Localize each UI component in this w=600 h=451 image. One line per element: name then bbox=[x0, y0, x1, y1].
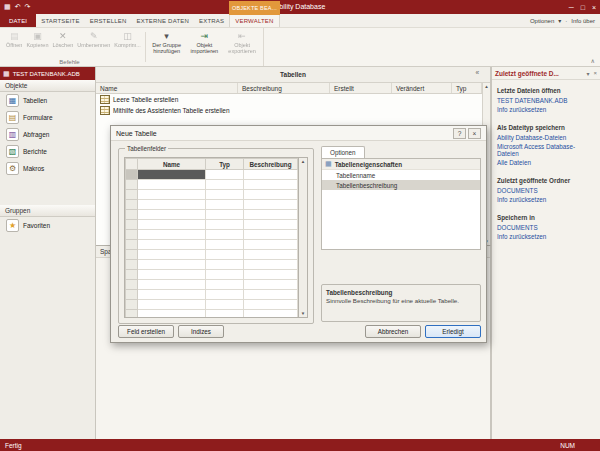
grid-cell[interactable] bbox=[244, 240, 298, 250]
compress-button[interactable]: ◫ Komprim... bbox=[112, 30, 143, 48]
scroll-up-icon[interactable]: ▲ bbox=[484, 84, 488, 89]
delete-button[interactable]: ✕ Löschen bbox=[50, 30, 75, 48]
sidebar-item-abfragen[interactable]: ▥ Abfragen bbox=[0, 126, 95, 143]
sidebar-item-berichte[interactable]: ▧ Berichte bbox=[0, 143, 95, 160]
link-reset-info[interactable]: Info zurücksetzen bbox=[497, 196, 595, 203]
grid-column-typ[interactable]: Typ bbox=[206, 159, 244, 170]
property-item-tabellenname[interactable]: Tabellenname bbox=[322, 170, 480, 180]
open-button[interactable]: ▤ Öffnen bbox=[4, 30, 24, 48]
tab-verwalten[interactable]: OBJEKTE BEA... VERWALTEN bbox=[229, 14, 279, 27]
grid-cell[interactable] bbox=[206, 220, 244, 230]
link-documents[interactable]: DOCUMENTS bbox=[497, 224, 595, 231]
grid-cell[interactable] bbox=[206, 290, 244, 300]
grid-cell[interactable] bbox=[138, 290, 206, 300]
grid-cell[interactable] bbox=[206, 280, 244, 290]
grid-row[interactable] bbox=[126, 220, 298, 230]
grid-row-selector[interactable] bbox=[126, 170, 138, 180]
grid-cell[interactable] bbox=[138, 230, 206, 240]
grid-cell[interactable] bbox=[244, 190, 298, 200]
grid-row[interactable] bbox=[126, 180, 298, 190]
grid-row[interactable] bbox=[126, 300, 298, 310]
link-recent-file[interactable]: TEST DATENBANK.ADB bbox=[497, 97, 595, 104]
grid-cell[interactable] bbox=[138, 200, 206, 210]
grid-cell[interactable] bbox=[138, 300, 206, 310]
grid-cell[interactable] bbox=[244, 280, 298, 290]
taskpane-close-icon[interactable]: × bbox=[593, 70, 597, 77]
import-object-button[interactable]: ⇥ Objekt importieren bbox=[185, 30, 223, 54]
grid-cell[interactable] bbox=[244, 230, 298, 240]
grid-cell[interactable] bbox=[244, 290, 298, 300]
panel-collapse-icon[interactable]: « bbox=[475, 69, 479, 76]
link-documents[interactable]: DOCUMENTS bbox=[497, 187, 595, 194]
tab-extras[interactable]: EXTRAS bbox=[194, 14, 229, 27]
link-ability-files[interactable]: Ability Database-Dateien bbox=[497, 134, 595, 141]
grid-row-selector[interactable] bbox=[126, 240, 138, 250]
add-to-group-button[interactable]: ▾ Der Gruppe hinzufügen bbox=[148, 30, 186, 54]
sidebar-item-favoriten[interactable]: ★ Favoriten bbox=[0, 217, 95, 234]
tab-startseite[interactable]: STARTSEITE bbox=[36, 14, 84, 27]
link-access-files[interactable]: Microsoft Access Database-Dateien bbox=[497, 143, 595, 157]
sidebar-item-makros[interactable]: ⚙ Makros bbox=[0, 160, 95, 177]
close-icon[interactable]: × bbox=[592, 4, 596, 11]
grid-cell[interactable] bbox=[206, 190, 244, 200]
grid-cell[interactable] bbox=[206, 180, 244, 190]
grid-row[interactable] bbox=[126, 270, 298, 280]
link-reset-info[interactable]: Info zurücksetzen bbox=[497, 106, 595, 113]
grid-cell[interactable] bbox=[138, 210, 206, 220]
scroll-down-icon[interactable]: ▼ bbox=[301, 311, 305, 316]
dialog-help-icon[interactable]: ? bbox=[453, 128, 466, 139]
grid-row-selector[interactable] bbox=[126, 200, 138, 210]
grid-row-selector[interactable] bbox=[126, 310, 138, 319]
options-link[interactable]: Optionen bbox=[530, 18, 554, 24]
done-button[interactable]: Erledigt bbox=[425, 325, 481, 338]
grid-row[interactable] bbox=[126, 200, 298, 210]
grid-cell[interactable] bbox=[206, 310, 244, 319]
indexes-button[interactable]: Indizes bbox=[178, 325, 224, 338]
column-header-erstellt[interactable]: Erstellt bbox=[330, 83, 392, 93]
grid-row[interactable] bbox=[126, 280, 298, 290]
grid-cell[interactable] bbox=[206, 240, 244, 250]
grid-cell[interactable] bbox=[244, 170, 298, 180]
grid-row-selector[interactable] bbox=[126, 270, 138, 280]
taskpane-dropdown-icon[interactable]: ▾ bbox=[586, 70, 589, 77]
grid-column-beschreibung[interactable]: Beschreibung bbox=[244, 159, 298, 170]
grid-cell[interactable] bbox=[138, 170, 206, 180]
grid-cell[interactable] bbox=[244, 270, 298, 280]
grid-cell[interactable] bbox=[244, 180, 298, 190]
grid-row-selector[interactable] bbox=[126, 180, 138, 190]
grid-cell[interactable] bbox=[206, 230, 244, 240]
options-tab[interactable]: Optionen bbox=[321, 146, 365, 158]
column-header-veraendert[interactable]: Verändert bbox=[392, 83, 452, 93]
minimize-icon[interactable]: ─ bbox=[569, 4, 574, 11]
grid-row-selector[interactable] bbox=[126, 220, 138, 230]
grid-row-selector[interactable] bbox=[126, 290, 138, 300]
grid-cell[interactable] bbox=[206, 250, 244, 260]
grid-row-selector[interactable] bbox=[126, 300, 138, 310]
grid-cell[interactable] bbox=[206, 170, 244, 180]
grid-cell[interactable] bbox=[244, 310, 298, 319]
grid-cell[interactable] bbox=[206, 200, 244, 210]
grid-row[interactable] bbox=[126, 190, 298, 200]
ribbon-collapse-icon[interactable]: ∧ bbox=[591, 57, 595, 64]
grid-row[interactable] bbox=[126, 230, 298, 240]
grid-scrollbar[interactable]: ▲ ▼ bbox=[299, 157, 308, 318]
grid-row[interactable] bbox=[126, 260, 298, 270]
grid-cell[interactable] bbox=[244, 300, 298, 310]
grid-row-selector[interactable] bbox=[126, 190, 138, 200]
column-header-typ[interactable]: Typ bbox=[452, 83, 482, 93]
dialog-close-icon[interactable]: × bbox=[468, 128, 481, 139]
grid-cell[interactable] bbox=[244, 220, 298, 230]
grid-row[interactable] bbox=[126, 170, 298, 180]
table-properties-root[interactable]: ▦ Tabelleneigenschaften bbox=[322, 159, 480, 170]
grid-row[interactable] bbox=[126, 210, 298, 220]
tab-erstellen[interactable]: ERSTELLEN bbox=[85, 14, 132, 27]
rename-button[interactable]: ✎ Umbenennen bbox=[75, 30, 112, 48]
sidebar-item-tabellen[interactable]: ▦ Tabellen bbox=[0, 92, 95, 109]
link-all-files[interactable]: Alle Dateien bbox=[497, 159, 595, 166]
grid-cell[interactable] bbox=[206, 210, 244, 220]
grid-cell[interactable] bbox=[138, 180, 206, 190]
copy-button[interactable]: ▣ Kopieren bbox=[24, 30, 50, 48]
grid-cell[interactable] bbox=[244, 260, 298, 270]
grid-cell[interactable] bbox=[138, 310, 206, 319]
groups-section-header[interactable]: Gruppen bbox=[0, 205, 95, 217]
